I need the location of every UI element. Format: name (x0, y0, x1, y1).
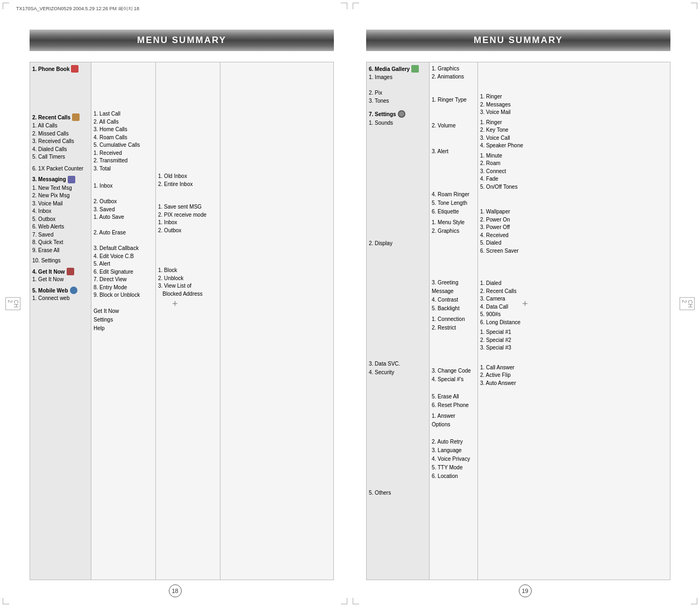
recentcalls-icon (72, 113, 80, 121)
corner-mark-bl (3, 598, 9, 604)
getitnow-label: 4. Get It Now (32, 269, 65, 275)
menu-title-right: MENU SUMMARY (366, 30, 670, 51)
phonebook-label: 1. Phone Book (32, 66, 69, 72)
menu-content-right: 6. Media Gallery 1. Images2. Pix3. Tones… (366, 62, 670, 580)
menu-item-phonebook: 1. Phone Book (32, 65, 89, 73)
col1-right: 6. Media Gallery 1. Images2. Pix3. Tones… (366, 62, 430, 580)
corner-mark-br-r (691, 598, 697, 604)
mobileweb-icon (70, 287, 77, 294)
page-header: TX170SA_VERIZON0529 2004.5.29 12:26 PM 페… (16, 5, 139, 12)
menu-item-mobileweb: 5. Mobile Web 1. Connect web (32, 287, 89, 301)
corner-mark-bl-r (353, 598, 359, 604)
settings-icon (398, 110, 405, 118)
side-label-left: CH2 (5, 297, 20, 310)
side-label-right: CH2 (680, 297, 695, 310)
settings-label: 7. Settings (369, 111, 396, 117)
messaging-label: 3. Messaging (32, 176, 66, 182)
col2-right: 1. Graphics2. Animations 1. Ringer Type2… (430, 62, 478, 580)
col4-left (220, 62, 334, 580)
menu-item-getitnow: 4. Get It Now 1. Get It Now (32, 268, 89, 282)
messaging-icon (68, 176, 75, 183)
page-number-left: 18 (169, 584, 182, 597)
menu-content-left: 1. Phone Book 2. Recent Calls 1. All Cal… (30, 62, 334, 580)
menu-item-recentcalls: 2. Recent Calls 1. All Calls2. Missed Ca… (32, 113, 89, 172)
center-cross-left: + (172, 298, 178, 309)
corner-mark-tr-r (691, 3, 697, 9)
corner-mark-tr (341, 3, 347, 9)
menu-title-left: MENU SUMMARY (30, 30, 334, 51)
mediagallery-label: 6. Media Gallery (369, 66, 410, 72)
corner-mark-tl-r (353, 3, 359, 9)
col3-left: 1. Old Inbox2. Entire Inbox 1. Save sent… (156, 62, 220, 580)
phonebook-icon (71, 65, 78, 73)
menu-item-mediagallery: 6. Media Gallery 1. Images2. Pix3. Tones (369, 65, 427, 105)
recentcalls-label: 2. Recent Calls (32, 115, 70, 120)
mobileweb-label: 5. Mobile Web (32, 288, 68, 294)
center-cross-right: + (522, 298, 528, 309)
page-number-right: 19 (519, 584, 532, 597)
menu-item-settings: 7. Settings 1. Sounds 2. Display 3. Data… (369, 110, 427, 497)
corner-mark-tl (3, 3, 9, 9)
col2-left: 1. Last Call2. All Calls3. Home Calls4. … (91, 62, 156, 580)
col3-right: 1. Ringer2. Messages3. Voice Mail 1. Rin… (478, 62, 670, 580)
col1-left: 1. Phone Book 2. Recent Calls 1. All Cal… (30, 62, 91, 580)
menu-item-messaging: 3. Messaging 1. New Text Msg2. New Pix M… (32, 176, 89, 264)
corner-mark-br (341, 598, 347, 604)
mediagallery-icon (411, 65, 419, 73)
getitnow-icon (67, 268, 74, 275)
